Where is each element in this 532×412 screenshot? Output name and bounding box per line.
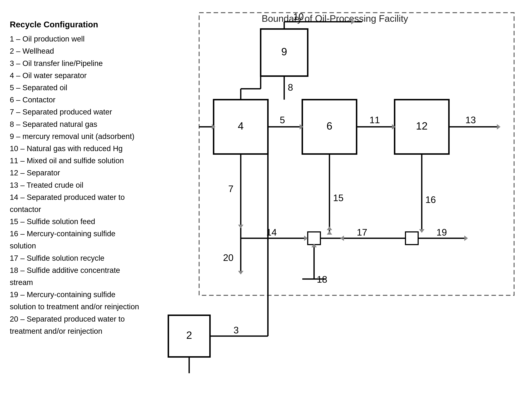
legend-items: 1 – Oil production well2 – Wellhead3 – O… [10, 33, 140, 337]
legend-item: 15 – Sulfide solution feed [10, 216, 140, 227]
svg-marker-35 [340, 235, 344, 241]
label-2: 2 [186, 329, 192, 341]
legend-item: 8 – Separated natural gas [10, 118, 140, 130]
legend-item: 18 – Sulfide additive concentrate stream [10, 264, 140, 288]
legend-item: 3 – Oil transfer line/Pipeline [10, 57, 140, 69]
label-20: 20 [223, 252, 234, 263]
legend-item: 4 – Oil water separator [10, 69, 140, 81]
diagram: Boundary of Oil-Processing Facility 9 4 … [145, 11, 521, 373]
legend-item: 13 – Treated crude oil [10, 179, 140, 191]
label-17: 17 [357, 227, 367, 237]
label-3-text: 3 [234, 325, 239, 335]
page: Recycle Configuration 1 – Oil production… [0, 0, 532, 412]
label-6: 6 [327, 120, 332, 132]
legend-item: 6 – Contactor [10, 94, 140, 106]
legend-item: 10 – Natural gas with reduced Hg [10, 142, 140, 155]
legend-item: 2 – Wellhead [10, 45, 140, 57]
svg-marker-37 [419, 229, 425, 233]
legend-item: 12 – Separator [10, 167, 140, 179]
label-16: 16 [425, 194, 436, 205]
legend-item: 17 – Sulfide solution recycle [10, 252, 140, 264]
label-10: 10 [293, 11, 304, 22]
svg-marker-28 [238, 271, 243, 275]
svg-marker-24 [497, 124, 501, 129]
label-4: 4 [238, 120, 244, 132]
svg-rect-5 [308, 232, 320, 245]
legend-item: 19 – Mercury-containing sulfide solution… [10, 288, 140, 313]
svg-marker-39 [464, 235, 468, 241]
label-12: 12 [416, 120, 428, 132]
label-7: 7 [228, 184, 234, 194]
legend-title: Recycle Configuration [10, 18, 140, 31]
legend-item: 16 – Mercury-containing sulfide solution [10, 227, 140, 252]
svg-rect-6 [406, 232, 418, 245]
label-11: 11 [370, 115, 380, 125]
label-18: 18 [317, 274, 327, 285]
legend-item: 9 – mercury removal unit (adsorbent) [10, 130, 140, 142]
legend-item: 11 – Mixed oil and sulfide solution [10, 155, 140, 167]
legend-item: 14 – Separated produced water to contact… [10, 191, 140, 216]
diagram-svg: Boundary of Oil-Processing Facility 9 4 … [145, 11, 521, 373]
label-9: 9 [281, 46, 287, 58]
svg-marker-32 [327, 231, 332, 235]
legend-item: 5 – Separated oil [10, 81, 140, 94]
label-19: 19 [437, 227, 447, 237]
legend-item: 20 – Separated produced water to treatme… [10, 313, 140, 337]
label-15: 15 [333, 193, 343, 203]
svg-marker-33 [327, 226, 332, 230]
label-5: 5 [280, 115, 285, 125]
legend-item: 1 – Oil production well [10, 33, 140, 45]
legend: Recycle Configuration 1 – Oil production… [10, 18, 140, 337]
legend-item: 7 – Separated produced water [10, 106, 140, 118]
label-13: 13 [466, 115, 476, 125]
svg-marker-26 [238, 225, 243, 228]
label-8: 8 [288, 82, 293, 93]
